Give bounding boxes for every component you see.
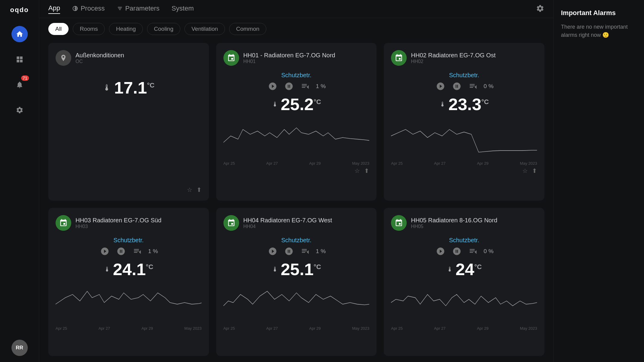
card-hh01-footer: ☆ ⬆ bbox=[223, 167, 370, 174]
card-hh03-chart: Apr 25Apr 27Apr 29May 2023 bbox=[56, 281, 202, 330]
share-icon-hh02[interactable]: ⬆ bbox=[532, 167, 537, 174]
card-hh04: HH04 Radiatoren EG-7.OG West HH04 Schutz… bbox=[216, 208, 377, 356]
ctrl-icon-hh02-2 bbox=[451, 81, 463, 92]
card-hh04-controls: 1 % bbox=[223, 246, 370, 257]
star-icon-hh02[interactable]: ☆ bbox=[522, 167, 528, 174]
filter-rooms[interactable]: Rooms bbox=[73, 23, 105, 35]
filter-common[interactable]: Common bbox=[229, 23, 266, 35]
card-hh01: HH01 - Radiatoren EG-7.OG Nord HH01 Schu… bbox=[216, 43, 377, 201]
card-hh03-temp-row: 🌡 24.1°C bbox=[56, 259, 202, 279]
tab-process-label: Process bbox=[81, 5, 104, 12]
card-hh04-temp: 25.1°C bbox=[281, 259, 321, 279]
sidebar: oqdo 71 RR bbox=[0, 0, 39, 362]
card-hh01-header: HH01 - Radiatoren EG-7.OG Nord HH01 bbox=[223, 50, 370, 66]
card-hh01-temp: 25.2°C bbox=[281, 94, 321, 114]
topnav-settings-button[interactable] bbox=[536, 4, 544, 14]
card-hh04-chart: Apr 25Apr 27Apr 29May 2023 bbox=[223, 281, 370, 330]
alarm-panel-title: Important Alarms bbox=[561, 9, 637, 17]
card-hh03-icon bbox=[56, 215, 71, 231]
ctrl-icon-hh03-2 bbox=[115, 246, 127, 257]
card-hh02-temp-row: 🌡 23.3°C bbox=[391, 94, 537, 114]
card-hh02-chart: Apr 25Apr 27Apr 29May 2023 bbox=[391, 116, 537, 165]
sidebar-item-grid[interactable] bbox=[11, 51, 28, 68]
filter-heating[interactable]: Heating bbox=[109, 23, 143, 35]
ctrl-icon-hh04-1 bbox=[267, 246, 278, 257]
hh03-icon-svg bbox=[59, 219, 68, 227]
hh01-icon-svg bbox=[227, 54, 235, 62]
hh04-icon-svg bbox=[227, 219, 235, 227]
avatar-initials: RR bbox=[16, 345, 23, 351]
card-hh01-subtitle: HH01 bbox=[243, 59, 335, 64]
ctrl-percent-hh03: 1 % bbox=[148, 248, 158, 255]
ctrl-percent-hh05: 0 % bbox=[484, 248, 494, 255]
ctrl-icon-hh05-1 bbox=[435, 246, 446, 257]
sidebar-item-alerts[interactable]: 71 bbox=[11, 77, 28, 93]
ctrl-percent-hh01: 1 % bbox=[316, 83, 326, 90]
card-outdoor-icon bbox=[56, 50, 71, 66]
card-hh03-controls: 1 % bbox=[56, 246, 202, 257]
ctrl-icon-hh02-3 bbox=[467, 81, 479, 92]
star-icon-outdoor[interactable]: ☆ bbox=[187, 186, 192, 193]
sidebar-item-home[interactable] bbox=[11, 26, 28, 42]
card-hh01-title: HH01 - Radiatoren EG-7.OG Nord bbox=[243, 52, 335, 59]
card-outdoor: Außenkonditionen OC 🌡 17.1°C ☆ ⬆ bbox=[48, 43, 209, 201]
tab-parameters[interactable]: Parameters bbox=[117, 5, 160, 14]
card-hh04-status: Schutzbetr. bbox=[223, 237, 370, 244]
card-hh05-icon bbox=[391, 215, 407, 231]
card-hh01-status: Schutzbetr. bbox=[223, 72, 370, 79]
card-hh02-title: HH02 Radiatoren EG-7.OG Ost bbox=[411, 52, 495, 59]
thermometer-icon-hh05: 🌡 bbox=[447, 265, 453, 273]
tab-system-label: System bbox=[171, 5, 194, 12]
card-hh01-controls: 1 % bbox=[223, 81, 370, 92]
share-icon-hh01[interactable]: ⬆ bbox=[364, 167, 369, 174]
main-area: App Process Parameters System All Rooms … bbox=[39, 0, 553, 362]
card-hh04-header: HH04 Radiatoren EG-7.OG West HH04 bbox=[223, 215, 370, 231]
card-hh03-temp: 24.1°C bbox=[113, 259, 153, 279]
ctrl-icon-2 bbox=[283, 81, 295, 92]
settings-icon bbox=[16, 106, 24, 114]
filter-ventilation[interactable]: Ventilation bbox=[184, 23, 225, 35]
star-icon-hh01[interactable]: ☆ bbox=[354, 167, 360, 174]
alerts-badge: 71 bbox=[21, 75, 29, 81]
card-outdoor-temp: 17.1°C bbox=[114, 78, 155, 97]
card-hh05-temp-row: 🌡 24°C bbox=[391, 259, 537, 279]
user-avatar[interactable]: RR bbox=[11, 340, 28, 356]
card-hh05-chart: Apr 25Apr 27Apr 29May 2023 bbox=[391, 281, 537, 330]
ctrl-percent-hh04: 1 % bbox=[316, 248, 326, 255]
card-hh01-temp-row: 🌡 25.2°C bbox=[223, 94, 370, 114]
card-hh04-icon bbox=[223, 215, 239, 231]
card-hh01-chart: Apr 25Apr 27Apr 29May 2023 bbox=[223, 116, 370, 165]
ctrl-icon-3 bbox=[300, 81, 311, 92]
hh02-icon-svg bbox=[395, 54, 403, 62]
ctrl-icon-hh03-3 bbox=[132, 246, 143, 257]
card-hh03-header: HH03 Radiatoren EG-7.OG Süd HH03 bbox=[56, 215, 202, 231]
tab-system[interactable]: System bbox=[171, 5, 194, 14]
card-hh05-status: Schutzbetr. bbox=[391, 237, 537, 244]
right-panel: Important Alarms There are no new import… bbox=[553, 0, 644, 362]
card-outdoor-subtitle: OC bbox=[75, 59, 124, 64]
chart-hh05-x-labels: Apr 25Apr 27Apr 29May 2023 bbox=[391, 326, 537, 331]
tab-app[interactable]: App bbox=[48, 4, 60, 14]
filter-all[interactable]: All bbox=[48, 23, 69, 35]
tab-parameters-label: Parameters bbox=[125, 5, 160, 12]
ctrl-icon-hh05-2 bbox=[451, 246, 463, 257]
card-hh05: HH05 Radiatoren 8-16.OG Nord HH05 Schutz… bbox=[384, 208, 544, 356]
card-hh04-title-block: HH04 Radiatoren EG-7.OG West HH04 bbox=[243, 217, 332, 229]
card-hh01-icon bbox=[223, 50, 239, 66]
thermometer-icon-hh01: 🌡 bbox=[272, 100, 278, 108]
chart-hh03-svg bbox=[56, 281, 202, 324]
ctrl-percent-hh02: 0 % bbox=[484, 83, 494, 90]
card-outdoor-header: Außenkonditionen OC bbox=[56, 50, 202, 66]
ctrl-icon-hh02-1 bbox=[435, 81, 446, 92]
filter-cooling[interactable]: Cooling bbox=[147, 23, 180, 35]
ctrl-icon-hh04-3 bbox=[300, 246, 311, 257]
cards-grid: Außenkonditionen OC 🌡 17.1°C ☆ ⬆ bbox=[39, 40, 553, 362]
thermometer-icon-hh03: 🌡 bbox=[104, 265, 111, 273]
card-hh05-title-block: HH05 Radiatoren 8-16.OG Nord HH05 bbox=[411, 217, 497, 229]
chart-hh02-x-labels: Apr 25Apr 27Apr 29May 2023 bbox=[391, 161, 537, 166]
share-icon-outdoor[interactable]: ⬆ bbox=[197, 186, 202, 193]
tab-process[interactable]: Process bbox=[72, 5, 104, 14]
card-outdoor-temp-row: 🌡 17.1°C bbox=[56, 78, 202, 97]
alarm-panel-message: There are no new important alarms right … bbox=[561, 23, 637, 39]
sidebar-item-settings[interactable] bbox=[11, 102, 28, 118]
